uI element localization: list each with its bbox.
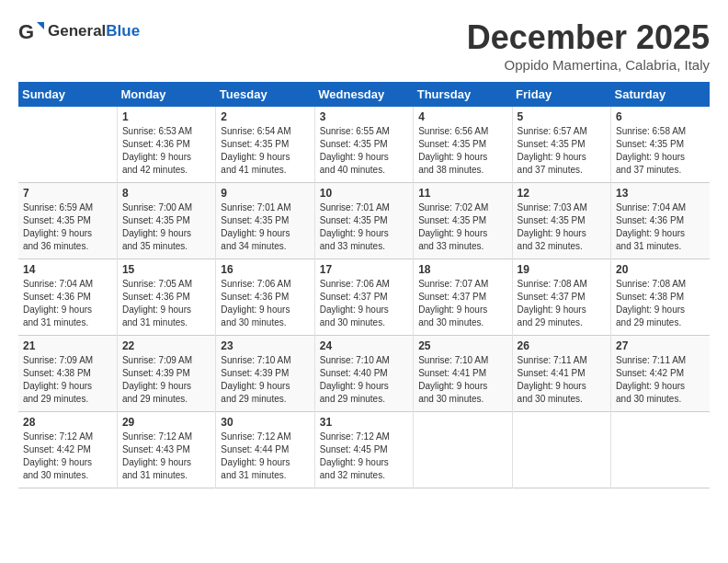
calendar-cell: 9Sunrise: 7:01 AM Sunset: 4:35 PM Daylig… xyxy=(216,183,314,259)
day-info: Sunrise: 7:09 AM Sunset: 4:38 PM Dayligh… xyxy=(23,354,112,406)
calendar-cell: 10Sunrise: 7:01 AM Sunset: 4:35 PM Dayli… xyxy=(314,183,413,259)
calendar-cell: 3Sunrise: 6:55 AM Sunset: 4:35 PM Daylig… xyxy=(314,107,413,183)
day-number: 25 xyxy=(418,339,506,352)
day-info: Sunrise: 7:04 AM Sunset: 4:36 PM Dayligh… xyxy=(23,278,112,329)
calendar-cell: 29Sunrise: 7:12 AM Sunset: 4:43 PM Dayli… xyxy=(117,412,215,488)
calendar-cell: 28Sunrise: 7:12 AM Sunset: 4:42 PM Dayli… xyxy=(18,412,117,488)
day-info: Sunrise: 7:08 AM Sunset: 4:37 PM Dayligh… xyxy=(518,278,606,329)
day-info: Sunrise: 7:12 AM Sunset: 4:44 PM Dayligh… xyxy=(221,431,309,482)
day-number: 24 xyxy=(320,339,408,352)
calendar-week-row: 28Sunrise: 7:12 AM Sunset: 4:42 PM Dayli… xyxy=(18,412,710,488)
logo-general: General xyxy=(48,22,106,40)
day-number: 18 xyxy=(418,263,506,276)
calendar-week-row: 1Sunrise: 6:53 AM Sunset: 4:36 PM Daylig… xyxy=(18,107,710,183)
month-title: December 2025 xyxy=(467,18,710,57)
calendar-cell: 22Sunrise: 7:09 AM Sunset: 4:39 PM Dayli… xyxy=(117,336,215,412)
day-number: 3 xyxy=(320,110,408,123)
calendar-cell: 27Sunrise: 7:11 AM Sunset: 4:42 PM Dayli… xyxy=(611,336,710,412)
calendar-cell: 6Sunrise: 6:58 AM Sunset: 4:35 PM Daylig… xyxy=(611,107,710,183)
day-info: Sunrise: 7:10 AM Sunset: 4:39 PM Dayligh… xyxy=(221,354,309,406)
calendar-cell: 31Sunrise: 7:12 AM Sunset: 4:45 PM Dayli… xyxy=(314,412,413,488)
title-block: December 2025 Oppido Mamertina, Calabria… xyxy=(467,18,710,73)
day-info: Sunrise: 7:12 AM Sunset: 4:42 PM Dayligh… xyxy=(23,431,112,482)
calendar-cell: 2Sunrise: 6:54 AM Sunset: 4:35 PM Daylig… xyxy=(216,107,314,183)
day-info: Sunrise: 6:58 AM Sunset: 4:35 PM Dayligh… xyxy=(616,125,705,177)
logo-icon: G xyxy=(18,18,44,44)
calendar-cell xyxy=(611,412,710,488)
day-number: 9 xyxy=(221,187,309,200)
page-header: G GeneralBlue December 2025 Oppido Mamer… xyxy=(18,18,710,73)
day-number: 16 xyxy=(221,263,309,276)
day-number: 28 xyxy=(23,416,112,429)
day-info: Sunrise: 7:06 AM Sunset: 4:37 PM Dayligh… xyxy=(320,278,408,329)
day-number: 15 xyxy=(122,263,210,276)
day-number: 12 xyxy=(518,187,606,200)
day-info: Sunrise: 7:03 AM Sunset: 4:35 PM Dayligh… xyxy=(518,201,606,253)
logo: G GeneralBlue xyxy=(18,18,140,44)
day-number: 1 xyxy=(122,110,210,123)
calendar-cell: 30Sunrise: 7:12 AM Sunset: 4:44 PM Dayli… xyxy=(216,412,314,488)
day-info: Sunrise: 7:01 AM Sunset: 4:35 PM Dayligh… xyxy=(221,201,309,253)
day-info: Sunrise: 7:01 AM Sunset: 4:35 PM Dayligh… xyxy=(320,201,408,253)
calendar-cell: 5Sunrise: 6:57 AM Sunset: 4:35 PM Daylig… xyxy=(512,107,610,183)
day-number: 10 xyxy=(320,187,408,200)
day-info: Sunrise: 6:56 AM Sunset: 4:35 PM Dayligh… xyxy=(418,125,506,177)
day-info: Sunrise: 7:07 AM Sunset: 4:37 PM Dayligh… xyxy=(418,278,506,329)
day-info: Sunrise: 6:59 AM Sunset: 4:35 PM Dayligh… xyxy=(23,201,112,253)
weekday-header-thursday: Thursday xyxy=(414,82,512,107)
svg-marker-1 xyxy=(37,22,44,29)
day-info: Sunrise: 7:10 AM Sunset: 4:41 PM Dayligh… xyxy=(418,354,506,406)
svg-text:G: G xyxy=(18,20,34,43)
location-subtitle: Oppido Mamertina, Calabria, Italy xyxy=(467,57,710,73)
calendar-week-row: 7Sunrise: 6:59 AM Sunset: 4:35 PM Daylig… xyxy=(18,183,710,259)
day-number: 2 xyxy=(221,110,309,123)
calendar-week-row: 14Sunrise: 7:04 AM Sunset: 4:36 PM Dayli… xyxy=(18,259,710,336)
day-number: 27 xyxy=(616,339,705,352)
calendar-cell: 11Sunrise: 7:02 AM Sunset: 4:35 PM Dayli… xyxy=(414,183,512,259)
day-info: Sunrise: 7:02 AM Sunset: 4:35 PM Dayligh… xyxy=(418,201,506,253)
day-info: Sunrise: 7:04 AM Sunset: 4:36 PM Dayligh… xyxy=(616,201,705,253)
weekday-header-friday: Friday xyxy=(512,82,610,107)
calendar-header: SundayMondayTuesdayWednesdayThursdayFrid… xyxy=(18,82,710,107)
calendar-week-row: 21Sunrise: 7:09 AM Sunset: 4:38 PM Dayli… xyxy=(18,336,710,412)
calendar-cell: 13Sunrise: 7:04 AM Sunset: 4:36 PM Dayli… xyxy=(611,183,710,259)
day-number: 8 xyxy=(122,187,210,200)
day-info: Sunrise: 7:06 AM Sunset: 4:36 PM Dayligh… xyxy=(221,278,309,329)
day-number: 19 xyxy=(518,263,606,276)
day-number: 7 xyxy=(23,187,112,200)
day-number: 26 xyxy=(518,339,606,352)
calendar-cell: 12Sunrise: 7:03 AM Sunset: 4:35 PM Dayli… xyxy=(512,183,610,259)
calendar-cell: 25Sunrise: 7:10 AM Sunset: 4:41 PM Dayli… xyxy=(414,336,512,412)
calendar-cell: 16Sunrise: 7:06 AM Sunset: 4:36 PM Dayli… xyxy=(216,259,314,336)
day-number: 14 xyxy=(23,263,112,276)
calendar-cell: 26Sunrise: 7:11 AM Sunset: 4:41 PM Dayli… xyxy=(512,336,610,412)
day-number: 5 xyxy=(518,110,606,123)
day-info: Sunrise: 6:54 AM Sunset: 4:35 PM Dayligh… xyxy=(221,125,309,177)
day-number: 17 xyxy=(320,263,408,276)
calendar-cell xyxy=(414,412,512,488)
calendar-cell: 21Sunrise: 7:09 AM Sunset: 4:38 PM Dayli… xyxy=(18,336,117,412)
calendar-cell: 23Sunrise: 7:10 AM Sunset: 4:39 PM Dayli… xyxy=(216,336,314,412)
day-number: 13 xyxy=(616,187,705,200)
calendar-cell: 15Sunrise: 7:05 AM Sunset: 4:36 PM Dayli… xyxy=(117,259,215,336)
calendar-table: SundayMondayTuesdayWednesdayThursdayFrid… xyxy=(18,82,710,488)
day-info: Sunrise: 7:10 AM Sunset: 4:40 PM Dayligh… xyxy=(320,354,408,406)
calendar-cell: 24Sunrise: 7:10 AM Sunset: 4:40 PM Dayli… xyxy=(314,336,413,412)
weekday-row: SundayMondayTuesdayWednesdayThursdayFrid… xyxy=(18,82,710,107)
calendar-cell: 8Sunrise: 7:00 AM Sunset: 4:35 PM Daylig… xyxy=(117,183,215,259)
day-info: Sunrise: 7:12 AM Sunset: 4:43 PM Dayligh… xyxy=(122,431,210,482)
day-number: 4 xyxy=(418,110,506,123)
weekday-header-tuesday: Tuesday xyxy=(216,82,314,107)
day-info: Sunrise: 7:08 AM Sunset: 4:38 PM Dayligh… xyxy=(616,278,705,329)
calendar-cell xyxy=(18,107,117,183)
calendar-cell: 7Sunrise: 6:59 AM Sunset: 4:35 PM Daylig… xyxy=(18,183,117,259)
calendar-body: 1Sunrise: 6:53 AM Sunset: 4:36 PM Daylig… xyxy=(18,107,710,488)
day-info: Sunrise: 6:55 AM Sunset: 4:35 PM Dayligh… xyxy=(320,125,408,177)
logo-blue: Blue xyxy=(106,22,140,40)
weekday-header-monday: Monday xyxy=(117,82,215,107)
day-info: Sunrise: 6:53 AM Sunset: 4:36 PM Dayligh… xyxy=(122,125,210,177)
weekday-header-saturday: Saturday xyxy=(611,82,710,107)
day-info: Sunrise: 7:09 AM Sunset: 4:39 PM Dayligh… xyxy=(122,354,210,406)
weekday-header-wednesday: Wednesday xyxy=(314,82,413,107)
day-number: 20 xyxy=(616,263,705,276)
